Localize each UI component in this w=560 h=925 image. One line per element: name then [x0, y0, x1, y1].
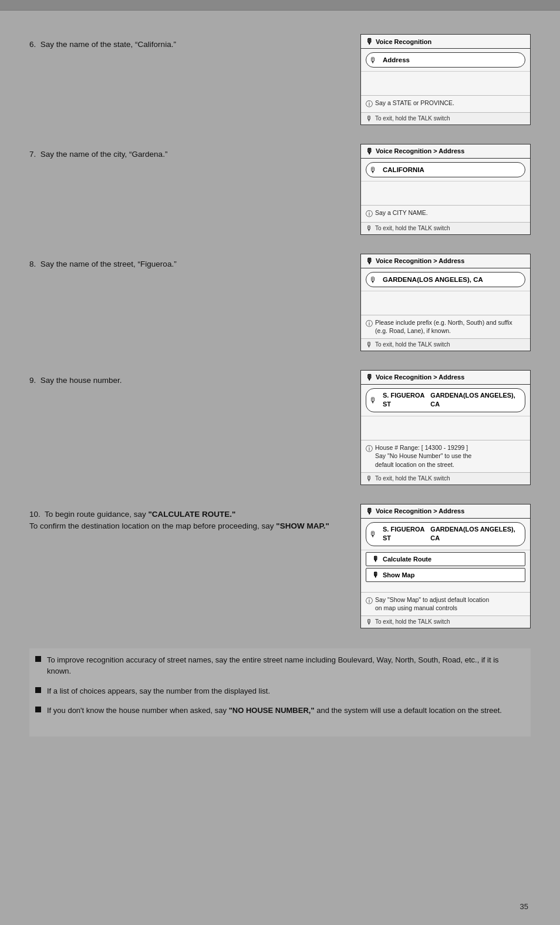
- step-8-panel-title: Voice Recognition > Address: [376, 257, 464, 264]
- step-9-mic-icon: 🎙: [366, 373, 373, 382]
- step-10-input-line2: GARDENA(LOS ANGELES), CA: [430, 525, 519, 543]
- step-8-input-value: GARDENA(LOS ANGELES), CA: [383, 276, 483, 283]
- step-6-text: 6. Say the name of the state, “Californi…: [29, 34, 360, 51]
- step-10-info-icon: ⓘ: [366, 596, 373, 606]
- step-10-info-text: Say "Show Map" to adjust default locatio…: [375, 596, 489, 613]
- step-10-option1[interactable]: 🎙 Calculate Route: [366, 552, 525, 566]
- step-6-panel-header: 🎙 Voice Recognition: [361, 35, 530, 49]
- step-7-talk-icon: 🎙: [366, 224, 373, 233]
- step-6-input-mic: 🎙: [369, 56, 377, 65]
- step-6-info: ⓘ Say a STATE or PROVINCE.: [361, 95, 530, 112]
- step-7-row: 7. Say the name of the city, “Gardena.” …: [29, 144, 531, 235]
- step-8-talk-icon: 🎙: [366, 341, 373, 349]
- step-10-label1: To begin route guidance, say "CALCULATE …: [29, 510, 329, 530]
- step-6-panel: 🎙 Voice Recognition 🎙 Address ⓘ Say a ST…: [360, 34, 531, 125]
- bullet-1-text: To improve recognition accuracy of stree…: [47, 654, 519, 677]
- bullet-2-marker: [35, 687, 41, 693]
- step-9-footer-text: To exit, hold the TALK switch: [375, 475, 450, 482]
- step-6-mic-icon: 🎙: [366, 37, 373, 46]
- step-6-input-wrapper: 🎙 Address: [366, 52, 525, 68]
- step-8-info-icon: ⓘ: [366, 319, 373, 329]
- step-10-option2-mic: 🎙: [372, 571, 379, 579]
- step-9-label: Say the house number.: [41, 376, 122, 385]
- step-8-mic-icon: 🎙: [366, 257, 373, 265]
- step-10-row: 10. To begin route guidance, say "CALCUL…: [29, 504, 531, 628]
- bullet-1: To improve recognition accuracy of stree…: [35, 654, 519, 677]
- step-9-input-line1: S. FIGUEROA ST: [383, 391, 430, 409]
- page-number: 35: [520, 902, 528, 911]
- step-10-input-row: 🎙 S. FIGUEROA ST GARDENA(LOS ANGELES), C…: [361, 519, 530, 550]
- step-7-info-icon: ⓘ: [366, 209, 373, 219]
- step-7-number: 7.: [29, 150, 41, 159]
- step-9-info-text: House # Range: [ 14300 - 19299 ]Say "No …: [375, 443, 471, 469]
- step-9-panel-header: 🎙 Voice Recognition > Address: [361, 371, 530, 385]
- step-6-info-icon: ⓘ: [366, 99, 373, 109]
- step-8-footer: 🎙 To exit, hold the TALK switch: [361, 338, 530, 351]
- step-7-panel-title: Voice Recognition > Address: [376, 147, 464, 154]
- step-7-panel-header: 🎙 Voice Recognition > Address: [361, 144, 530, 159]
- step-9-input-row: 🎙 S. FIGUEROA ST GARDENA(LOS ANGELES), C…: [361, 385, 530, 416]
- step-7-text: 7. Say the name of the city, “Gardena.”: [29, 144, 360, 160]
- step-6-number: 6.: [29, 40, 41, 49]
- step-8-number: 8.: [29, 260, 41, 268]
- step-10-talk-icon: 🎙: [366, 618, 373, 626]
- bullet-1-marker: [35, 656, 41, 662]
- step-7-input: CALIFORNIA: [366, 162, 525, 177]
- step-9-panel-title: Voice Recognition > Address: [376, 374, 464, 381]
- bullet-section: To improve recognition accuracy of stree…: [29, 648, 531, 736]
- bullet-3-marker: [35, 707, 41, 712]
- step-7-body: [361, 181, 530, 205]
- step-8-label: Say the name of the street, “Figueroa.”: [41, 260, 177, 268]
- step-8-row: 8. Say the name of the street, “Figueroa…: [29, 254, 531, 351]
- step-7-info: ⓘ Say a CITY NAME.: [361, 205, 530, 222]
- step-10-input-line1: S. FIGUEROA ST: [383, 525, 430, 543]
- step-9-input-mic: 🎙: [369, 396, 377, 405]
- step-8-panel-header: 🎙 Voice Recognition > Address: [361, 254, 530, 268]
- step-10-panel-title: Voice Recognition > Address: [376, 507, 464, 514]
- bullet-3-text: If you don't know the house number when …: [47, 705, 502, 717]
- step-8-text: 8. Say the name of the street, “Figueroa…: [29, 254, 360, 270]
- step-10-number: 10.: [29, 510, 43, 519]
- step-6-input: Address: [366, 52, 525, 68]
- step-8-footer-text: To exit, hold the TALK switch: [375, 341, 450, 348]
- step-8-info-text: Please include prefix (e.g. North, South…: [375, 318, 525, 335]
- step-7-footer: 🎙 To exit, hold the TALK switch: [361, 222, 530, 234]
- step-10-input: S. FIGUEROA ST GARDENA(LOS ANGELES), CA: [366, 522, 525, 546]
- step-8-info: ⓘ Please include prefix (e.g. North, Sou…: [361, 315, 530, 338]
- step-9-info-icon: ⓘ: [366, 444, 373, 454]
- step-8-input: GARDENA(LOS ANGELES), CA: [366, 272, 525, 287]
- step-6-info-text: Say a STATE or PROVINCE.: [375, 99, 454, 107]
- step-6-label: Say the name of the state, “California.”: [41, 40, 176, 49]
- page-content: 6. Say the name of the state, “Californi…: [0, 0, 560, 925]
- step-7-input-row: 🎙 CALIFORNIA: [361, 159, 530, 181]
- step-9-info: ⓘ House # Range: [ 14300 - 19299 ]Say "N…: [361, 440, 530, 472]
- step-10-body: [361, 584, 530, 592]
- step-8-input-wrapper: 🎙 GARDENA(LOS ANGELES), CA: [366, 272, 525, 287]
- step-9-body: [361, 416, 530, 440]
- step-7-mic-icon: 🎙: [366, 147, 373, 156]
- step-6-input-row: 🎙 Address: [361, 49, 530, 72]
- step-10-text: 10. To begin route guidance, say "CALCUL…: [29, 504, 360, 533]
- step-10-input-mic: 🎙: [369, 530, 377, 539]
- step-9-row: 9. Say the house number. 🎙 Voice Recogni…: [29, 370, 531, 485]
- step-10-panel: 🎙 Voice Recognition > Address 🎙 S. FIGUE…: [360, 504, 531, 628]
- step-10-option2[interactable]: 🎙 Show Map: [366, 568, 525, 582]
- step-8-input-row: 🎙 GARDENA(LOS ANGELES), CA: [361, 268, 530, 291]
- step-7-footer-text: To exit, hold the TALK switch: [375, 225, 450, 231]
- step-10-mic-icon: 🎙: [366, 507, 373, 516]
- step-7-input-wrapper: 🎙 CALIFORNIA: [366, 162, 525, 177]
- top-bar: [0, 0, 560, 11]
- step-10-footer-text: To exit, hold the TALK switch: [375, 618, 450, 625]
- step-10-option1-label: Calculate Route: [383, 556, 431, 563]
- step-9-text: 9. Say the house number.: [29, 370, 360, 386]
- step-6-input-value: Address: [383, 56, 410, 63]
- step-10-info: ⓘ Say "Show Map" to adjust default locat…: [361, 592, 530, 615]
- step-6-row: 6. Say the name of the state, “Californi…: [29, 34, 531, 125]
- step-6-footer-text: To exit, hold the TALK switch: [375, 115, 450, 122]
- step-9-input-wrapper: 🎙 S. FIGUEROA ST GARDENA(LOS ANGELES), C…: [366, 388, 525, 412]
- bullet-2-text: If a list of choices appears, say the nu…: [47, 685, 270, 697]
- step-9-number: 9.: [29, 376, 41, 385]
- step-10-panel-header: 🎙 Voice Recognition > Address: [361, 504, 530, 519]
- step-9-panel: 🎙 Voice Recognition > Address 🎙 S. FIGUE…: [360, 370, 531, 485]
- step-9-footer: 🎙 To exit, hold the TALK switch: [361, 472, 530, 485]
